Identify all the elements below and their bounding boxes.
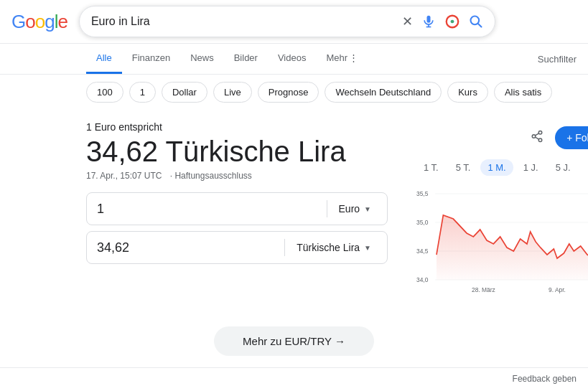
- lens-search-button[interactable]: [444, 14, 460, 29]
- to-currency-selector[interactable]: Türkische Lira ▼: [291, 239, 377, 256]
- action-buttons: + Folgen: [416, 121, 588, 151]
- currency-converter: Euro ▼ Türkische Lira ▼: [86, 192, 388, 264]
- converter-subtitle: 1 Euro entspricht: [86, 121, 388, 133]
- chip-prognose[interactable]: Prognose: [258, 82, 319, 103]
- to-currency-label: Türkische Lira: [297, 242, 360, 253]
- tab-bilder[interactable]: Bilder: [224, 44, 268, 74]
- tab-videos[interactable]: Videos: [268, 44, 317, 74]
- chart-tab-1j[interactable]: 1 J.: [516, 159, 546, 176]
- main-content: 1 Euro entspricht 34,62 Türkische Lira 1…: [0, 110, 588, 309]
- from-currency-dropdown-icon: ▼: [364, 205, 371, 213]
- mehr-dots-icon: ⋮: [349, 52, 358, 63]
- nav-tabs: Alle Finanzen News Bilder Videos Mehr ⋮ …: [0, 44, 588, 75]
- svg-point-7: [538, 131, 542, 135]
- search-input[interactable]: [91, 15, 396, 28]
- search-icon: [469, 14, 483, 29]
- tab-finanzen[interactable]: Finanzen: [122, 44, 180, 74]
- chip-live[interactable]: Live: [213, 82, 252, 103]
- chart-tab-1m[interactable]: 1 M.: [480, 159, 513, 176]
- search-bar: ✕: [79, 6, 495, 37]
- feedback-link[interactable]: Feedback geben: [513, 374, 577, 384]
- svg-point-8: [532, 135, 536, 138]
- chip-kurs[interactable]: Kurs: [447, 82, 488, 103]
- chip-1[interactable]: 1: [129, 82, 156, 103]
- svg-line-10: [536, 137, 539, 139]
- suchfilter-button[interactable]: Suchfilter: [538, 45, 577, 73]
- mic-icon: [421, 14, 436, 29]
- from-currency-label: Euro: [339, 203, 360, 215]
- chip-alis[interactable]: Alis satis: [494, 82, 552, 103]
- share-icon: [531, 130, 543, 143]
- tab-news[interactable]: News: [180, 44, 224, 74]
- voice-search-button[interactable]: [421, 14, 436, 29]
- chart-time-tabs: 1 T. 5 T. 1 M. 1 J. 5 J. Max.: [416, 159, 588, 176]
- more-button-container: Mehr zu EUR/TRY →: [0, 326, 588, 367]
- disclaimer-text: Haftungsausschluss: [174, 171, 251, 181]
- chip-100[interactable]: 100: [86, 82, 123, 103]
- y-label-345: 34,5: [416, 248, 428, 255]
- chip-dollar[interactable]: Dollar: [162, 82, 207, 103]
- date-text: 17. Apr., 15:07 UTC: [86, 171, 162, 181]
- x-label-apr: 9. Apr.: [549, 286, 566, 293]
- search-submit-button[interactable]: [469, 14, 483, 29]
- filter-chips: 100 1 Dollar Live Prognose Wechseln Deut…: [0, 75, 588, 110]
- converter-panel: 1 Euro entspricht 34,62 Türkische Lira 1…: [86, 121, 388, 298]
- follow-button[interactable]: + Folgen: [555, 126, 588, 149]
- chart-panel: + Folgen 1 T. 5 T. 1 M. 1 J. 5 J. Max. 3…: [416, 121, 588, 298]
- chip-wechseln[interactable]: Wechseln Deutschland: [325, 82, 442, 103]
- tab-alle[interactable]: Alle: [86, 44, 122, 74]
- from-currency-selector[interactable]: Euro ▼: [333, 200, 377, 217]
- chart-tab-5t[interactable]: 5 T.: [449, 159, 478, 176]
- more-eur-try-button[interactable]: Mehr zu EUR/TRY →: [214, 326, 374, 356]
- svg-point-9: [538, 138, 542, 142]
- price-chart: 35,5 35,0 34,5 34,0 28. März 9. Apr.: [416, 183, 588, 298]
- svg-line-6: [478, 24, 482, 27]
- from-value-input[interactable]: [97, 202, 321, 217]
- to-value-input[interactable]: [97, 240, 279, 255]
- chart-tab-max[interactable]: Max.: [581, 159, 588, 176]
- svg-rect-0: [426, 16, 430, 23]
- y-label-355: 35,5: [416, 190, 428, 197]
- y-label-350: 35,0: [416, 219, 428, 226]
- svg-line-11: [536, 133, 539, 136]
- y-label-340: 34,0: [416, 276, 428, 283]
- to-currency-box: Türkische Lira ▼: [86, 231, 388, 264]
- share-button[interactable]: [525, 124, 549, 151]
- tab-mehr[interactable]: Mehr ⋮: [316, 44, 368, 74]
- main-value: 34,62 Türkische Lira: [86, 136, 388, 168]
- svg-point-4: [451, 20, 454, 24]
- x-label-maerz: 28. März: [472, 286, 495, 293]
- chart-tab-1t[interactable]: 1 T.: [416, 159, 446, 176]
- google-logo: Google: [11, 11, 67, 33]
- chart-svg: 35,5 35,0 34,5 34,0 28. März 9. Apr.: [416, 183, 588, 298]
- from-currency-box: Euro ▼: [86, 192, 388, 225]
- feedback-section: Feedback geben: [0, 367, 588, 390]
- lens-icon: [444, 14, 460, 29]
- header: Google ✕: [0, 0, 588, 44]
- clear-search-button[interactable]: ✕: [402, 14, 413, 29]
- chart-tab-5j[interactable]: 5 J.: [549, 159, 578, 176]
- date-info: 17. Apr., 15:07 UTC · Haftungsausschluss: [86, 171, 388, 181]
- to-currency-dropdown-icon: ▼: [364, 244, 371, 252]
